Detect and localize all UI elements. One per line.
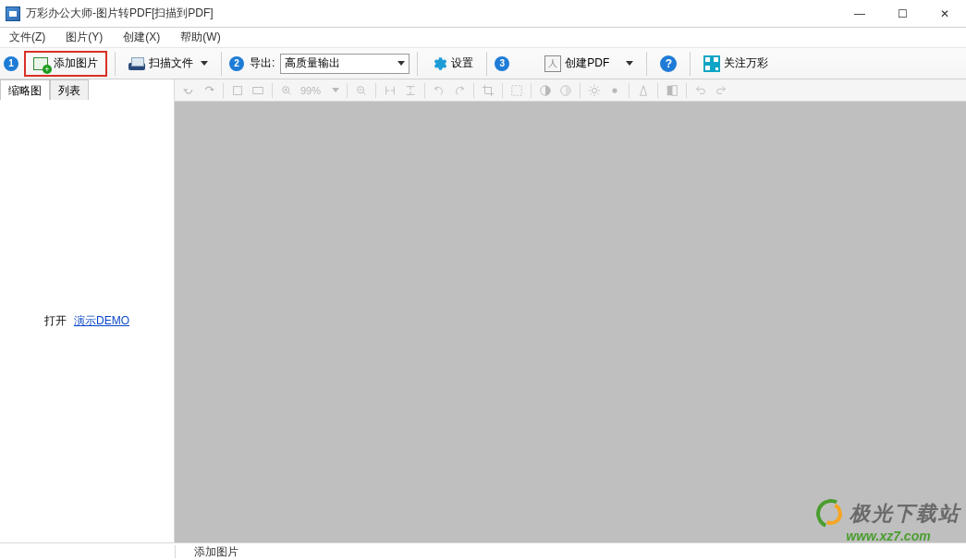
rotate-left-icon[interactable] (182, 84, 195, 97)
contrast-up-icon[interactable] (539, 84, 552, 97)
menu-help[interactable]: 帮助(W) (175, 28, 226, 47)
toolbar-separator (629, 83, 630, 98)
add-image-label: 添加图片 (54, 55, 98, 71)
toolbar-separator (580, 83, 581, 98)
open-label: 打开 (44, 313, 67, 329)
side-content: 打开 演示DEMO (0, 100, 174, 542)
fit-width-icon[interactable] (231, 84, 244, 97)
image-toolbar: 99% (175, 79, 966, 102)
flip-h-icon[interactable] (384, 84, 397, 97)
toolbar-separator (646, 52, 647, 76)
minimize-button[interactable]: — (838, 0, 881, 28)
step-2-badge: 2 (229, 56, 244, 71)
toolbar-separator (223, 83, 224, 98)
side-panel: 缩略图 列表 打开 演示DEMO (0, 79, 175, 542)
settings-button[interactable]: 设置 (425, 51, 479, 77)
output-quality-select[interactable]: 高质量输出 (280, 54, 410, 74)
crop-icon[interactable] (482, 84, 495, 97)
toolbar-separator (417, 52, 418, 76)
toolbar-separator (272, 83, 273, 98)
qr-icon (703, 55, 720, 72)
window-controls: — ☐ ✕ (838, 0, 966, 28)
output-quality-value: 高质量输出 (285, 55, 340, 71)
chevron-down-icon (626, 61, 633, 66)
zoom-percent: 99% (300, 85, 321, 96)
titlebar: 万彩办公大师-图片转PDF[扫描到PDF] — ☐ ✕ (0, 0, 966, 28)
menu-create[interactable]: 创建(X) (117, 28, 165, 47)
fit-page-icon[interactable] (251, 84, 264, 97)
toolbar-separator (531, 83, 532, 98)
contrast-down-icon[interactable] (559, 84, 572, 97)
rotate-ccw-icon[interactable] (433, 84, 446, 97)
rotate-right-icon[interactable] (202, 84, 215, 97)
add-image-icon (33, 55, 50, 72)
help-button[interactable]: ? (654, 51, 682, 77)
watermark: 极光下载站 www.xz7.com (816, 499, 960, 543)
step-3-badge: 3 (495, 56, 509, 71)
scanner-icon (128, 55, 145, 72)
toolbar-separator (686, 83, 687, 98)
svg-rect-1 (253, 87, 263, 93)
toolbar-separator (347, 83, 348, 98)
chevron-down-icon (397, 61, 405, 66)
window-title: 万彩办公大师-图片转PDF[扫描到PDF] (26, 6, 214, 21)
watermark-url: www.xz7.com (846, 529, 930, 543)
toolbar-separator (502, 83, 503, 98)
create-pdf-button[interactable]: 创建PDF (539, 51, 639, 77)
select-icon[interactable] (510, 84, 523, 97)
follow-label: 关注万彩 (724, 55, 768, 71)
main-panel: 99% (175, 79, 966, 542)
side-tabs: 缩略图 列表 (0, 79, 174, 100)
svg-point-8 (612, 88, 617, 92)
app-icon (6, 6, 20, 21)
scan-file-label: 扫描文件 (149, 55, 193, 71)
brightness-up-icon[interactable] (588, 84, 601, 97)
svg-rect-9 (667, 85, 672, 95)
statusbar: 添加图片 (0, 542, 966, 560)
settings-label: 设置 (451, 55, 473, 71)
menubar: 文件(Z) 图片(Y) 创建(X) 帮助(W) (0, 28, 966, 48)
chevron-down-icon (201, 61, 208, 66)
scan-file-button[interactable]: 扫描文件 (123, 51, 214, 77)
maximize-button[interactable]: ☐ (881, 0, 923, 28)
toolbar-separator (375, 83, 376, 98)
pdf-icon (544, 55, 561, 72)
svg-rect-0 (234, 86, 242, 94)
status-message: 添加图片 (176, 544, 257, 560)
preview-area[interactable] (175, 102, 966, 542)
tab-thumbnail[interactable]: 缩略图 (0, 79, 50, 100)
toolbar-separator (473, 83, 474, 98)
redo-icon[interactable] (715, 84, 728, 97)
flip-v-icon[interactable] (404, 84, 417, 97)
svg-rect-4 (512, 85, 522, 95)
undo-icon[interactable] (694, 84, 707, 97)
menu-image[interactable]: 图片(Y) (60, 28, 108, 47)
step-1-badge: 1 (4, 56, 18, 71)
threshold-icon[interactable] (637, 84, 650, 97)
zoom-in-icon[interactable] (280, 84, 293, 97)
tab-list[interactable]: 列表 (50, 79, 89, 100)
toolbar-separator (486, 52, 487, 76)
output-label: 导出: (250, 55, 275, 71)
add-image-button[interactable]: 添加图片 (24, 51, 107, 77)
demo-link[interactable]: 演示DEMO (74, 313, 129, 329)
brightness-down-icon[interactable] (608, 84, 621, 97)
svg-point-7 (592, 88, 596, 92)
svg-rect-10 (672, 85, 677, 95)
create-pdf-label: 创建PDF (565, 55, 609, 71)
watermark-logo-icon (816, 499, 846, 529)
gear-icon (431, 55, 447, 72)
content-area: 缩略图 列表 打开 演示DEMO 99% (0, 79, 966, 542)
zoom-out-icon[interactable] (355, 84, 368, 97)
main-toolbar: 1 添加图片 扫描文件 2 导出: 高质量输出 设置 3 创建PDF ? 关注万… (0, 48, 966, 79)
follow-button[interactable]: 关注万彩 (698, 51, 774, 77)
rotate-cw-icon[interactable] (453, 84, 466, 97)
close-button[interactable]: ✕ (923, 0, 966, 28)
zoom-dropdown-icon[interactable] (332, 88, 339, 92)
grayscale-icon[interactable] (666, 84, 679, 97)
toolbar-separator (690, 52, 691, 76)
toolbar-separator (657, 83, 658, 98)
menu-file[interactable]: 文件(Z) (4, 28, 51, 47)
help-icon: ? (660, 55, 677, 72)
toolbar-separator (115, 52, 116, 76)
